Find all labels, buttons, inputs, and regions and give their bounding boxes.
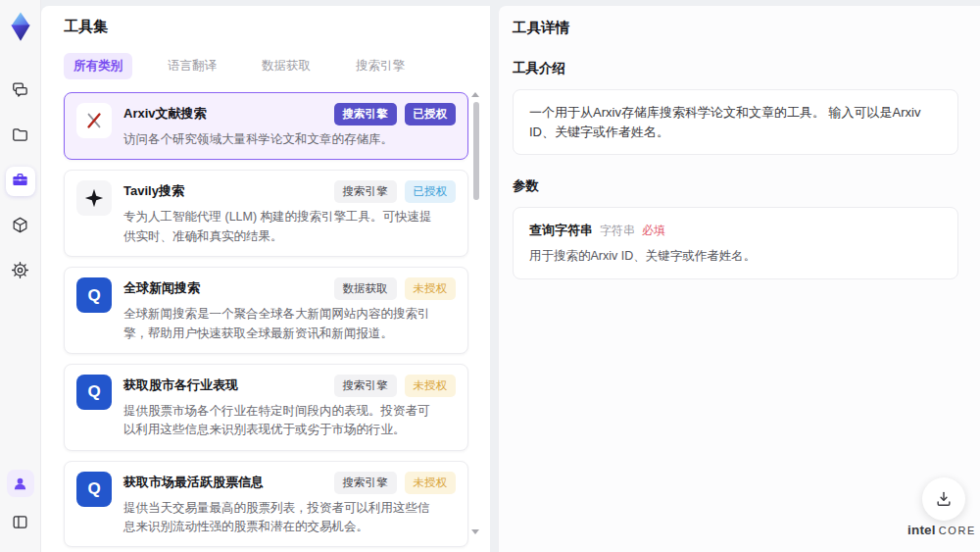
collapse-panel-button[interactable] <box>6 509 35 538</box>
tool-list-panel: 工具集 所有类别 语言翻译 数据获取 搜索引擎 Q Arx <box>41 6 490 552</box>
tool-list: Q Arxiv文献搜索 搜索引擎 已授权 访问各个研究领域大量科学论文和文章的存… <box>64 92 468 552</box>
page-title: 工具集 <box>64 18 468 36</box>
sidebar-item-settings[interactable] <box>6 257 35 286</box>
sidebar-item-chat[interactable] <box>6 76 35 106</box>
parameter-item: 查询字符串 字符串 必填 用于搜索的Arxiv ID、关键字或作者姓名。 <box>513 207 958 279</box>
tool-description: 提供当天交易量最高的股票列表，投资者可以利用这些信息来识别流动性强的股票和潜在的… <box>123 499 435 537</box>
tool-description: 专为人工智能代理 (LLM) 构建的搜索引擎工具。可快速提供实时、准确和真实的结… <box>123 208 435 246</box>
arxiv-icon: Q <box>76 103 112 138</box>
tool-card[interactable]: Q 全球新闻搜索 数据获取 未授权 全球新闻搜索是一个聚合全球各大新闻网站内容的… <box>64 267 468 354</box>
auth-badge: 未授权 <box>405 277 457 300</box>
tab-data-retrieval[interactable]: 数据获取 <box>252 53 320 79</box>
tool-description: 提供股票市场各个行业在特定时间段内的表现。投资者可以利用这些信息来识别表现优于或… <box>123 402 435 440</box>
tab-language-translation[interactable]: 语言翻译 <box>158 53 226 79</box>
tavily-icon: Q <box>76 180 112 216</box>
category-badge: 搜索引擎 <box>334 472 397 494</box>
chat-icon <box>11 80 29 103</box>
params-heading: 参数 <box>513 177 958 195</box>
download-button[interactable] <box>922 477 965 521</box>
tool-card[interactable]: Q 获取市场最活跃股票信息 搜索引擎 未授权 提供当天交易量最高的股票列表，投资… <box>64 461 468 548</box>
detail-title: 工具详情 <box>513 19 958 37</box>
gear-icon <box>11 261 29 283</box>
category-badge: 搜索引擎 <box>334 180 397 203</box>
param-name: 查询字符串 <box>529 222 593 239</box>
tab-search-engine[interactable]: 搜索引擎 <box>346 53 415 79</box>
user-icon <box>12 476 28 492</box>
auth-badge: 已授权 <box>405 103 457 125</box>
category-badge: 搜索引擎 <box>334 103 397 125</box>
user-avatar[interactable] <box>7 470 34 497</box>
tool-name: 全球新闻搜索 <box>123 277 200 297</box>
scrollbar-down-icon[interactable] <box>471 529 479 534</box>
param-required-badge: 必填 <box>642 223 665 239</box>
q-icon: Q <box>76 277 112 313</box>
category-badge: 搜索引擎 <box>334 375 397 397</box>
tool-intro-text: 一个用于从Arxiv存储库搜索科学论文和文章的工具。 输入可以是Arxiv ID… <box>513 89 958 155</box>
intel-core-logo: intelCORE <box>904 521 980 538</box>
tool-description: 全球新闻搜索是一个聚合全球各大新闻网站内容的搜索引擎，帮助用户快速获取全球最新资… <box>123 305 435 343</box>
briefcase-icon <box>11 171 29 193</box>
tool-detail-panel: 工具详情 工具介绍 一个用于从Arxiv存储库搜索科学论文和文章的工具。 输入可… <box>498 6 980 552</box>
auth-badge: 未授权 <box>405 375 457 397</box>
tool-name: Arxiv文献搜索 <box>123 103 207 123</box>
app-logo-icon <box>8 12 33 39</box>
tool-name: 获取市场最活跃股票信息 <box>123 472 264 491</box>
param-type: 字符串 <box>600 223 635 239</box>
download-icon <box>934 489 954 509</box>
q-icon: Q <box>76 375 112 410</box>
tool-name: Tavily搜索 <box>123 180 184 200</box>
param-description: 用于搜索的Arxiv ID、关键字或作者姓名。 <box>529 248 942 265</box>
tool-name: 获取股市各行业表现 <box>123 375 238 394</box>
tool-card[interactable]: Q Arxiv文献搜索 搜索引擎 已授权 访问各个研究领域大量科学论文和文章的存… <box>64 92 468 160</box>
cube-icon <box>11 216 29 238</box>
sidebar-item-tools[interactable] <box>6 167 35 196</box>
sidebar-item-packages[interactable] <box>6 212 35 241</box>
scrollbar-thumb[interactable] <box>473 102 479 200</box>
category-badge: 数据获取 <box>334 277 397 300</box>
panel-toggle-icon <box>11 513 29 535</box>
scrollbar-up-icon[interactable] <box>471 92 479 97</box>
sidebar-item-files[interactable] <box>6 122 35 151</box>
tab-all-categories[interactable]: 所有类别 <box>64 53 132 79</box>
intro-heading: 工具介绍 <box>513 60 958 77</box>
tool-description: 访问各个研究领域大量科学论文和文章的存储库。 <box>123 130 435 149</box>
category-tabs: 所有类别 语言翻译 数据获取 搜索引擎 <box>64 53 468 79</box>
tool-card[interactable]: Q 获取股市各行业表现 搜索引擎 未授权 提供股票市场各个行业在特定时间段内的表… <box>64 364 468 451</box>
auth-badge: 未授权 <box>405 472 457 494</box>
folder-icon <box>11 125 29 148</box>
tool-card[interactable]: Q Tavily搜索 搜索引擎 已授权 专为人工智能代理 (LLM) 构建的搜索… <box>64 170 468 257</box>
auth-badge: 已授权 <box>405 180 457 203</box>
left-icon-rail <box>0 0 41 552</box>
q-icon: Q <box>76 472 112 507</box>
